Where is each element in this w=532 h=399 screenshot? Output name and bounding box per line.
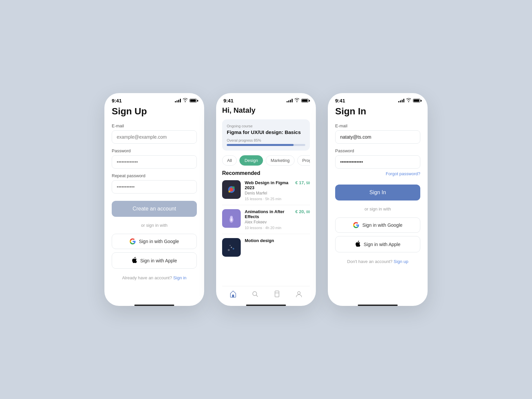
signal-icon-3	[398, 99, 404, 102]
filter-tab-all[interactable]: All	[222, 155, 237, 166]
phone-signin: 9:41	[328, 93, 428, 306]
svg-point-10	[233, 248, 234, 250]
repeat-password-input[interactable]	[112, 180, 197, 194]
ongoing-card: Ongoing course Figma for UX/UI design: B…	[222, 119, 310, 151]
status-icons-1	[175, 98, 197, 103]
status-time-1: 9:41	[112, 98, 122, 103]
account-link-1: Already have an account? Sign in	[112, 275, 197, 280]
signal-icon-2	[287, 99, 293, 102]
google-logo-icon-1	[130, 238, 136, 244]
course-meta-1: 15 lessons · 5h 25 min	[245, 197, 291, 201]
apple-button-label-3: Sign in with Apple	[364, 242, 401, 247]
signup-link[interactable]: Sign up	[394, 259, 408, 264]
status-time-3: 9:41	[335, 98, 345, 103]
signin-link-1[interactable]: Sign in	[173, 275, 187, 280]
course-card-1: Web Design in Figma 2023 Denis Marfel 15…	[222, 180, 310, 205]
signin-title: Sign In	[335, 106, 420, 117]
status-bar-3: 9:41	[328, 93, 428, 106]
google-logo-icon-3	[353, 222, 359, 228]
course-thumb-3	[222, 238, 241, 257]
apple-logo-icon-3	[355, 241, 360, 248]
signal-icon-1	[175, 99, 181, 102]
course-title-2: Animations in After Effects	[245, 209, 291, 219]
progress-label: Overal progress 85%	[227, 138, 305, 142]
course-thumb-1	[222, 180, 241, 199]
wifi-icon-3	[406, 98, 411, 103]
signin-content: Sign In E-mail Password Forgot password?…	[328, 106, 428, 302]
password-label-1: Password	[112, 148, 197, 153]
recommended-title: Recommended	[222, 170, 310, 176]
home-content: Hi, Nataly Ongoing course Figma for UX/U…	[216, 106, 316, 302]
status-bar-1: 9:41	[104, 93, 204, 106]
phones-container: 9:41	[104, 93, 428, 306]
filter-tab-programming[interactable]: Programmin…	[297, 155, 310, 166]
svg-point-8	[231, 247, 232, 248]
svg-point-16	[298, 292, 300, 294]
battery-icon-2	[301, 99, 309, 102]
password-input-1[interactable]	[112, 155, 197, 169]
course-price-1: € 17, 50	[295, 180, 310, 185]
email-label-3: E-mail	[335, 123, 420, 128]
email-input-1[interactable]	[112, 130, 197, 144]
course-title-3: Motion design	[245, 238, 310, 243]
filter-tab-design[interactable]: Design	[239, 155, 263, 166]
svg-point-9	[230, 245, 231, 246]
greeting: Hi, Nataly	[222, 106, 310, 115]
forgot-password-button[interactable]: Forgot password?	[386, 171, 420, 176]
battery-icon-1	[190, 99, 197, 102]
course-info-1: Web Design in Figma 2023 Denis Marfel 15…	[245, 180, 291, 201]
email-input-3[interactable]	[335, 130, 420, 144]
svg-line-13	[256, 295, 258, 297]
course-info-3: Motion design	[245, 238, 310, 244]
battery-icon-3	[413, 99, 420, 102]
signin-button[interactable]: Sign In	[335, 185, 420, 200]
ongoing-label: Ongoing course	[227, 124, 305, 128]
wifi-icon-2	[294, 98, 300, 103]
svg-rect-14	[275, 291, 279, 297]
filter-tab-marketing[interactable]: Marketing	[266, 155, 295, 166]
phone-signup: 9:41	[104, 93, 204, 306]
course-author-2: Alex Fokeev	[245, 220, 291, 224]
account-link-3: Don't have an account? Sign up	[335, 259, 420, 264]
home-indicator-2	[246, 305, 286, 306]
google-button-label-3: Sign in with Google	[362, 222, 403, 228]
status-icons-2	[287, 98, 309, 103]
signup-content: Sign Up E-mail Password Repeat password …	[104, 106, 204, 302]
ongoing-title: Figma for UX/UI design: Basics	[227, 129, 305, 135]
course-price-2: € 20, 00	[295, 209, 310, 214]
course-card-2: Animations in After Effects Alex Fokeev …	[222, 209, 310, 234]
filter-tabs: All Design Marketing Programmin…	[222, 155, 310, 166]
phone-home: 9:41	[216, 93, 316, 306]
course-info-2: Animations in After Effects Alex Fokeev …	[245, 209, 291, 230]
forgot-password-link: Forgot password?	[335, 171, 420, 177]
bottom-nav	[222, 286, 310, 302]
google-button-label-1: Sign in with Google	[139, 239, 179, 244]
repeat-password-label: Repeat password	[112, 173, 197, 178]
create-account-button[interactable]: Create an account	[112, 201, 197, 217]
nav-profile-icon[interactable]	[295, 290, 303, 299]
svg-point-3	[228, 191, 230, 193]
apple-signin-button-1[interactable]: Sign in with Apple	[112, 252, 197, 269]
password-input-3[interactable]	[335, 155, 420, 169]
svg-point-5	[230, 218, 232, 221]
nav-bookmark-icon[interactable]	[273, 290, 281, 299]
nav-home-icon[interactable]	[229, 290, 237, 299]
password-label-3: Password	[335, 148, 420, 153]
nav-search-icon[interactable]	[251, 290, 259, 299]
apple-button-label-1: Sign in with Apple	[140, 258, 177, 263]
google-signin-button-1[interactable]: Sign in with Google	[112, 234, 197, 249]
course-title-1: Web Design in Figma 2023	[245, 180, 291, 190]
home-indicator-1	[134, 305, 174, 306]
svg-point-7	[228, 249, 230, 251]
svg-point-2	[232, 186, 235, 189]
apple-signin-button-3[interactable]: Sign in with Apple	[335, 236, 420, 252]
course-meta-2: 10 lessons · 4h 20 min	[245, 226, 291, 230]
status-bar-2: 9:41	[216, 93, 316, 106]
signup-title: Sign Up	[112, 106, 197, 117]
apple-logo-icon-1	[132, 257, 137, 264]
progress-bar-bg	[227, 144, 305, 146]
progress-bar-fill	[227, 144, 294, 146]
svg-point-6	[230, 216, 233, 218]
status-time-2: 9:41	[223, 98, 233, 103]
google-signin-button-3[interactable]: Sign in with Google	[335, 217, 420, 233]
